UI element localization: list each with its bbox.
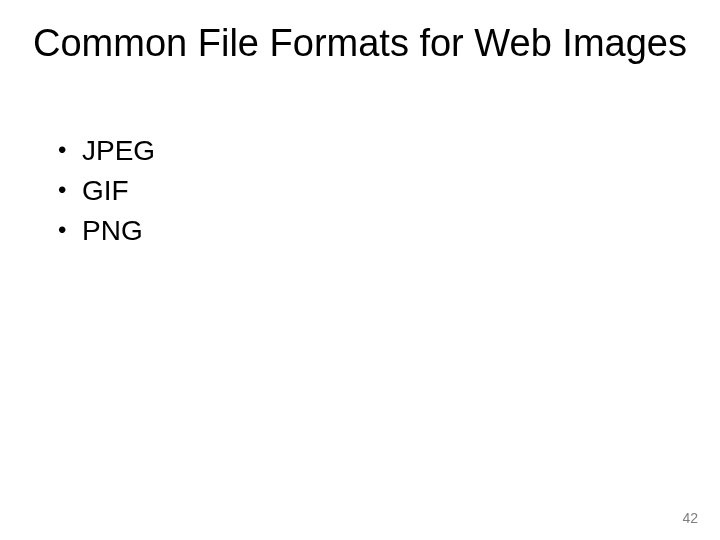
slide-body: JPEG GIF PNG	[54, 130, 666, 251]
list-item: GIF	[54, 172, 666, 210]
slide-title: Common File Formats for Web Images	[0, 22, 720, 65]
page-number: 42	[682, 510, 698, 526]
bullet-list: JPEG GIF PNG	[54, 132, 666, 249]
slide: Common File Formats for Web Images JPEG …	[0, 0, 720, 540]
list-item: PNG	[54, 212, 666, 250]
list-item: JPEG	[54, 132, 666, 170]
